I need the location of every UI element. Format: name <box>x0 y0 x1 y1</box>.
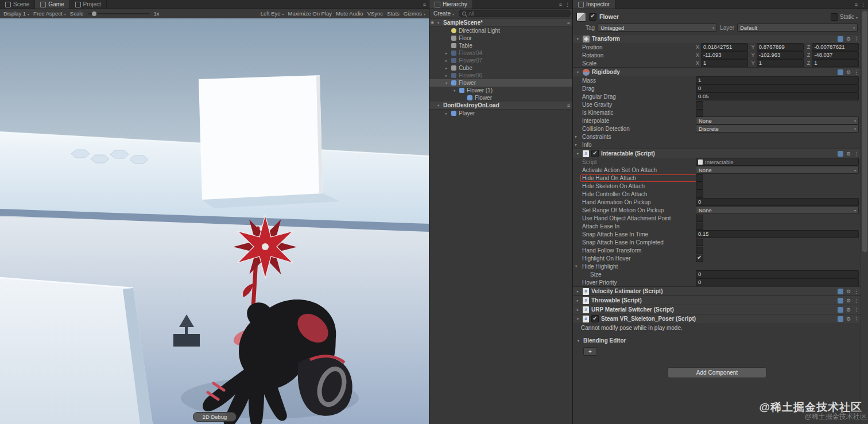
visibility-eye-icon[interactable] <box>431 20 434 25</box>
rigidbody-header[interactable]: ▾ Rigidbody <box>573 68 861 76</box>
hierarchy-row[interactable]: ▸ Cube <box>429 64 573 72</box>
x-field[interactable]: 0.01842751 <box>701 43 748 51</box>
dropdown[interactable]: None <box>696 206 859 214</box>
hierarchy-row[interactable]: ▾ DontDestroyOnLoad <box>429 102 573 110</box>
scene-menu-icon[interactable] <box>567 102 570 108</box>
panel-menu-icon[interactable] <box>855 1 858 7</box>
dropdown[interactable]: None <box>696 116 859 125</box>
context-menu-icon[interactable] <box>854 306 859 313</box>
display-dropdown[interactable]: Display 1 <box>3 10 29 17</box>
aspect-dropdown[interactable]: Free Aspect <box>33 10 66 17</box>
value-field[interactable]: 1 <box>696 76 859 84</box>
component-header[interactable]: ▸ URP Material Switcher (Script) <box>573 305 861 314</box>
checkbox[interactable] <box>696 101 703 108</box>
tab-inspector[interactable]: Inspector <box>573 0 615 9</box>
foldout-arrow-icon[interactable]: ▾ <box>575 151 580 156</box>
help-icon[interactable] <box>838 298 843 304</box>
interactable-header[interactable]: ▾ ✔ Interactable (Script) <box>573 149 861 158</box>
gear-icon[interactable] <box>846 69 851 75</box>
foldout-arrow-icon[interactable]: ▾ <box>445 81 451 85</box>
foldout-arrow-icon[interactable]: ▾ <box>454 88 459 93</box>
skeleton-poser-header[interactable]: ▾ ✔ Steam VR_Skeleton_Poser (Script) <box>573 314 861 323</box>
mute-audio-button[interactable]: Mute Audio <box>336 10 363 17</box>
help-icon[interactable] <box>838 307 843 313</box>
panel-tab[interactable]: Game <box>35 0 69 9</box>
tag-dropdown[interactable]: Untagged <box>598 24 717 32</box>
hierarchy-row[interactable]: Table <box>429 42 573 49</box>
z-field[interactable]: 1 <box>812 59 859 67</box>
foldout-arrow-icon[interactable]: ▸ <box>575 134 580 139</box>
gear-icon[interactable] <box>846 36 851 42</box>
component-header[interactable]: ▸ Throwable (Script) <box>573 296 861 305</box>
foldout-arrow-icon[interactable]: ▾ <box>575 37 580 41</box>
checkbox[interactable] <box>696 182 703 190</box>
value-field[interactable]: 0 <box>696 84 859 92</box>
object-field[interactable]: Interactable <box>696 158 859 166</box>
gizmos-dropdown[interactable]: Gizmos <box>404 10 425 17</box>
foldout-arrow-icon[interactable]: ▸ <box>575 289 580 294</box>
hierarchy-row[interactable]: ▸ Flower04 <box>429 49 573 57</box>
hierarchy-search-input[interactable]: All <box>459 10 571 17</box>
foldout-arrow-icon[interactable]: ▾ <box>575 70 580 75</box>
gear-icon[interactable] <box>846 306 851 313</box>
help-icon[interactable] <box>838 36 843 42</box>
context-menu-icon[interactable] <box>854 36 859 42</box>
context-menu-icon[interactable] <box>854 316 859 322</box>
hierarchy-row[interactable]: Directional Light <box>429 27 573 34</box>
context-menu-icon[interactable] <box>854 297 859 304</box>
checkbox[interactable] <box>696 190 703 198</box>
hierarchy-row[interactable]: Floor <box>429 34 573 42</box>
z-field[interactable]: -0.00787621 <box>812 43 859 51</box>
foldout-arrow-icon[interactable]: ▸ <box>445 59 451 63</box>
gameobject-enabled-checkbox[interactable]: ✔ <box>589 13 596 21</box>
checkbox[interactable] <box>696 239 703 246</box>
create-button[interactable]: Create <box>432 10 456 17</box>
checkbox[interactable] <box>696 174 703 182</box>
hierarchy-row[interactable]: ▸ Flower07 <box>429 57 573 64</box>
help-icon[interactable] <box>838 69 843 75</box>
panel-options-icon[interactable] <box>565 1 570 7</box>
value-field[interactable]: 0 <box>696 278 859 286</box>
scale-slider-knob[interactable] <box>92 11 96 16</box>
context-menu-icon[interactable] <box>854 69 859 75</box>
z-field[interactable]: -48.037 <box>812 51 859 59</box>
eye-dropdown[interactable]: Left Eye <box>261 10 284 17</box>
tab-hierarchy[interactable]: Hierarchy <box>429 0 473 9</box>
add-pose-button[interactable]: + <box>583 347 597 356</box>
y-field[interactable]: 1 <box>757 59 804 67</box>
x-field[interactable]: -11.093 <box>701 51 748 59</box>
panel-options-icon[interactable] <box>861 1 866 7</box>
blending-editor-foldout[interactable]: ▾ Blending Editor <box>573 332 861 345</box>
hierarchy-row[interactable]: ▸ Player <box>429 110 573 117</box>
value-field[interactable]: 0.15 <box>696 230 859 238</box>
value-field[interactable]: 0.05 <box>696 92 859 100</box>
panel-tab[interactable]: Scene <box>0 0 35 9</box>
component-enabled-checkbox[interactable]: ✔ <box>591 150 599 157</box>
vsync-button[interactable]: VSync <box>367 10 383 17</box>
static-toggle[interactable]: Static <box>831 13 858 21</box>
dropdown[interactable]: Discrete <box>696 125 859 133</box>
help-icon[interactable] <box>838 151 843 157</box>
gear-icon[interactable] <box>846 297 851 304</box>
foldout-arrow-icon[interactable]: ▸ <box>575 308 580 312</box>
foldout-arrow-icon[interactable]: ▾ <box>575 264 580 269</box>
panel-tab[interactable]: Project <box>70 0 107 9</box>
foldout-arrow-icon[interactable]: ▾ <box>576 339 581 343</box>
foldout-arrow-icon[interactable]: ▸ <box>445 51 451 56</box>
hierarchy-row[interactable]: Flower <box>429 94 573 102</box>
panel-menu-icon[interactable] <box>423 1 426 7</box>
y-field[interactable]: 0.8767899 <box>757 43 804 51</box>
scale-slider[interactable] <box>88 13 150 14</box>
hierarchy-row[interactable]: ▾ Flower <box>429 79 573 87</box>
game-viewport[interactable]: 2D Debug <box>0 18 429 424</box>
foldout-arrow-icon[interactable]: ▸ <box>575 142 580 147</box>
help-icon[interactable] <box>838 316 843 322</box>
gear-icon[interactable] <box>846 316 851 322</box>
checkbox[interactable] <box>696 247 703 254</box>
value-field[interactable]: 0 <box>696 270 859 278</box>
foldout-arrow-icon[interactable]: ▸ <box>445 66 451 71</box>
gameobject-name[interactable]: Flower <box>599 13 619 20</box>
foldout-arrow-icon[interactable]: ▾ <box>437 21 443 25</box>
context-menu-icon[interactable] <box>854 150 859 157</box>
scrollbar-thumb[interactable] <box>862 11 867 252</box>
